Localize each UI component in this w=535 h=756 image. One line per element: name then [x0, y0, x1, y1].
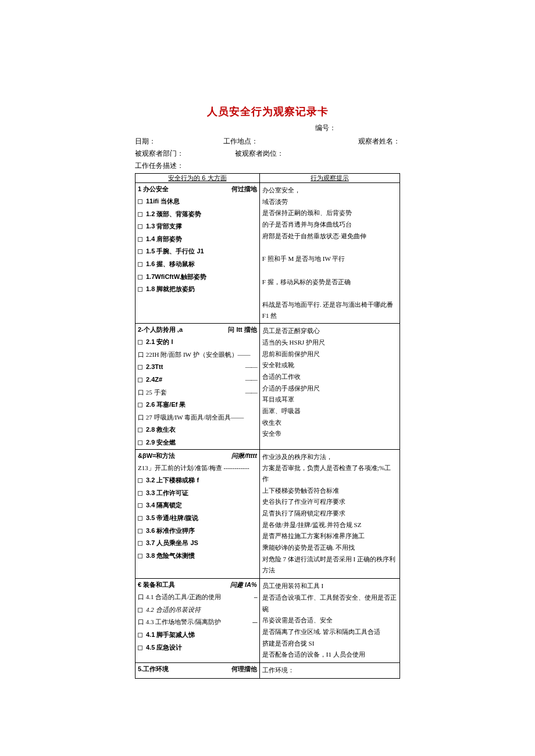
item-line: 口 22IH 附/面部 IW 护（安全眼帆）——: [135, 349, 259, 361]
section-head: 5.工作环境何理擂他: [135, 663, 259, 675]
hint-line: 乘能砂谗的姿势是否正确. 不用找: [262, 542, 397, 553]
hint-line: 安全帝: [262, 428, 397, 439]
item-line: 口 25 手套——: [135, 386, 259, 399]
item-label: 口 4.1 合适的工具/正跑的使用: [138, 592, 252, 603]
section-head-right: 问 Itt 擂他: [228, 325, 257, 334]
checkbox-icon: [138, 212, 142, 217]
item-label: 1.4 肩部姿势: [146, 234, 257, 245]
section-right: 作业涉及的秩序和方法，方案是否审批，负责人是否检查了各项准;%工作上下楼梯姿势触…: [259, 449, 400, 579]
item-label: 4.2 合适的吊装设符: [146, 605, 257, 615]
item-line: 3.6 标准作业狎序: [135, 525, 259, 538]
dept-label: 被观察者部门：: [135, 149, 217, 159]
item-label: 3.8 危险气体测惯: [146, 551, 257, 561]
item-line: 11ifi 当休息: [135, 195, 259, 208]
item-label: 1.2 颈部、背落姿势: [146, 209, 257, 220]
hint-line: 介适的手感保护用尺: [262, 383, 397, 394]
checkbox-icon: [138, 224, 142, 229]
item-line: 1.5 手腕、手行位 J1: [135, 245, 259, 258]
section-head: 2-个人防拎用 ,a问 Itt 擂他: [135, 324, 259, 336]
item-label: 口 25 手套: [138, 388, 243, 398]
hint-line: 是否配备合适的设备，I1 人员会使用: [262, 649, 397, 660]
section-head-right: 问揪/ftttt: [231, 452, 256, 460]
task-label: 工作任务描述：: [135, 161, 184, 171]
section-left: &βW=和方法问揪/fttttZ13」开工前的计划/准笛/梅查 --------…: [135, 449, 260, 579]
item-line: 口 4.3 工作场地警示/隔离防护---: [135, 616, 259, 629]
item-label: 3.2 上下楼梯或梯 f: [146, 475, 257, 486]
hint-line: 是各做/并显/挂牌/监视.并符合规 SZ: [262, 519, 397, 531]
dash: --: [254, 592, 257, 603]
hint-line: 办公室安全，: [262, 185, 397, 196]
hint-line: 作业涉及的秩序和方法，: [262, 452, 397, 463]
section-right: 员工是否正酹穿载心适当的头 HSRJ 护用尺思前和面前保护用尺安全鞋或靴合适的工…: [259, 324, 400, 449]
hint-line: 方案是否审批，负责人是否检查了各项准;%工作: [262, 463, 397, 484]
item-label: 2.3Ttt: [146, 362, 243, 372]
hint-line: 安全鞋或靴: [262, 360, 397, 371]
item-line: 口 27 呼吸跳/IW 毒面具/胡全面具——: [135, 411, 259, 424]
checkbox-icon: [138, 516, 142, 521]
checkbox-icon: [138, 340, 142, 345]
item-line: 3.8 危险气体测惯: [135, 550, 259, 562]
hint-line: 对危险 7 体进行流试时是否采用 I 正确的秩序利: [262, 554, 397, 565]
meta-row-2: 被观察者部门： 被观察者岗位：: [135, 149, 400, 159]
hint-line: 面罩、呼吸器: [262, 406, 397, 417]
hint-line: [262, 242, 397, 253]
section-right: 办公室安全，域否淡劳是否保持正嗣的颈和、后背姿势的子是否肖透并与身体曲线巧台府部…: [259, 183, 400, 324]
item-label: 11ifi 当休息: [146, 196, 257, 207]
hint-line: 科战是否与地面平行. 还是容与湎出椅干哪此番 F1 然: [262, 299, 397, 321]
post-label: 被观察者岗位：: [217, 149, 318, 159]
section-left: € 装备和工具问趣 IA%口 4.1 合适的工具/正跑的使用--4.2 合适的吊…: [135, 579, 260, 663]
date-label: 日期：: [135, 137, 223, 146]
item-line: 4.2 合适的吊装设符: [135, 604, 259, 617]
section-head-right: 问趣 IA%: [230, 581, 257, 589]
hint-line: 收生衣: [262, 417, 397, 428]
item-label: 2.9 安全燃: [146, 438, 257, 448]
checkbox-icon: [138, 249, 142, 254]
checkbox-icon: [138, 633, 142, 637]
item-label: 1.6 握、移动鼠标: [146, 259, 257, 270]
item-label: 3.7 人员乘坐吊 JS: [146, 538, 257, 549]
hint-line: 上下楼梯姿势触否符合标准: [262, 485, 397, 496]
document-title: 人员安全行为观察记录卡: [135, 105, 400, 119]
main-table: 安全行为的 6 大方面 行为观察提示 1 办公安全何过擂地11ifi 当休息1.…: [135, 173, 400, 679]
item-line: 1.4 肩部姿势: [135, 233, 259, 246]
item-line: 1.2 颈部、背落姿势: [135, 208, 259, 221]
hint-line: 员工使用装符和工具 I: [262, 581, 397, 592]
checkbox-icon: [138, 275, 142, 280]
section-head-left: 2-个人防拎用 ,a: [138, 325, 183, 334]
item-line: 1.8 脚就把放姿奶: [135, 283, 259, 296]
hint-line: 方法: [262, 565, 397, 576]
item-line: 2.8 救生衣: [135, 424, 259, 436]
section-head: 1 办公安全何过擂地: [135, 183, 259, 195]
item-label: 3.5 帝通/柱牌/腹说: [146, 513, 257, 524]
item-label: Z13」开工前的计划/准笛/梅查 ------------: [138, 463, 257, 474]
checkbox-icon: [138, 608, 142, 612]
item-label: 2.8 救生衣: [146, 425, 257, 435]
checkbox-icon: [138, 529, 142, 533]
item-line: 1.7WfiCftW.触部姿势: [135, 271, 259, 284]
meta-row-1: 日期： 工作地点： 观察者姓名：: [135, 137, 400, 146]
dash: ——: [245, 362, 257, 372]
item-line: 3.2 上下楼梯或梯 f: [135, 474, 259, 487]
section-head-right: 何过擂地: [231, 185, 257, 194]
item-label: 4.5 应急设计: [146, 643, 257, 653]
item-line: 4.1 脚手架减人悌: [135, 629, 259, 642]
section-right: 工作环境：: [259, 662, 400, 678]
item-line: 2.3Ttt——: [135, 361, 259, 374]
section-head-left: 1 办公安全: [138, 185, 169, 194]
hint-line: 吊姿设需是否合适、安全: [262, 615, 397, 626]
checkbox-icon: [138, 237, 142, 242]
section-head-right: 何理擂他: [231, 665, 257, 673]
header-right: 行为观察提示: [259, 174, 400, 183]
checkbox-icon: [138, 262, 142, 267]
checkbox-icon: [138, 287, 142, 292]
item-line: 1.6 握、移动鼠标: [135, 258, 259, 271]
hint-line: F 照和手 M 是否与地 IW 平行: [262, 253, 397, 264]
item-line: 3.5 帝通/柱牌/腹说: [135, 512, 259, 525]
hint-line: 适当的头 HSRJ 护用尺: [262, 337, 397, 348]
hint-line: 是否保持正嗣的颈和、后背姿势: [262, 207, 397, 218]
item-label: 1.3 背部支撑: [146, 221, 257, 232]
number-row: 编号：: [135, 123, 400, 133]
item-label: 2.4Z#: [146, 375, 243, 385]
observer-label: 观察者姓名：: [312, 137, 400, 146]
checkbox-icon: [138, 428, 142, 432]
